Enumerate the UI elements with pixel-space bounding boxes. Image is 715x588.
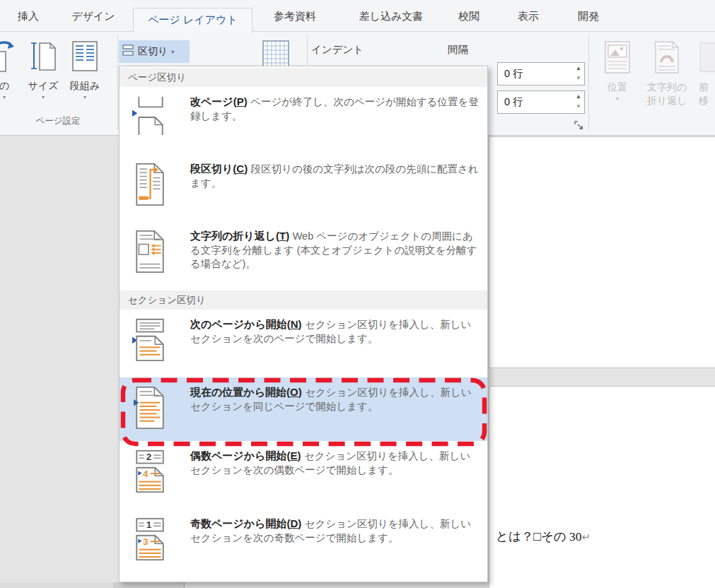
breaks-label: 区切り: [138, 45, 168, 58]
spacing-after-value: 0 行: [504, 95, 523, 109]
menu-item-title: 改ページ(P): [190, 95, 248, 107]
spinner-up-icon[interactable]: ▲: [576, 64, 581, 74]
orientation-label-fragment: の: [0, 80, 23, 93]
menu-item-section-next-page[interactable]: 次のページから開始(N) セクション区切りを挿入し、新しいセクションを次のページ…: [120, 310, 487, 377]
menu-item-section-continuous[interactable]: 現在の位置から開始(O) セクション区切りを挿入し、新しいセクションを同じページ…: [120, 377, 487, 441]
position-button[interactable]: 位置 ▾: [598, 40, 637, 102]
tab-view[interactable]: 表示: [515, 0, 542, 32]
paragraph-dialog-launcher[interactable]: [574, 121, 586, 132]
document-page-2[interactable]: とは？□その 30↵: [489, 386, 715, 588]
menu-item-section-odd-page[interactable]: 1 3 奇数ページから開始(D) セクション区切りを挿入し、新しいセクションを次…: [120, 509, 487, 575]
columns-label: 段組み: [65, 80, 105, 93]
bring-forward-label-fragment2: 移: [699, 95, 715, 107]
page-size-icon: [29, 64, 57, 75]
section-continuous-icon: [132, 386, 168, 430]
text-wrapping-button[interactable]: 文字列の 折り返し: [639, 40, 695, 107]
spacing-after-input[interactable]: 0 行 ▲ ▼: [497, 90, 585, 114]
orientation-button-partial[interactable]: の ▾: [0, 40, 23, 100]
spacing-before-value: 0 行: [504, 67, 523, 81]
group-label-page-setup: ページ設定: [0, 115, 116, 127]
bring-forward-icon: [699, 65, 715, 76]
size-label: サイズ: [25, 80, 61, 93]
menu-item-title: 奇数ページから開始(D): [190, 517, 301, 529]
section-even-page-icon: 2 4: [132, 449, 168, 493]
text-wrapping-break-icon: [132, 230, 168, 274]
menu-item-title: 文字列の折り返し(T): [190, 230, 289, 242]
position-image-icon: [603, 65, 632, 76]
svg-text:2: 2: [146, 452, 152, 462]
breaks-dropdown-menu: ページ区切り 改ページ(P) ページが終了し、次のページが開始する位置を登録しま…: [119, 66, 488, 582]
bring-forward-label-fragment1: 前: [699, 81, 715, 94]
menu-item-title: 現在の位置から開始(O): [190, 386, 302, 398]
tab-developer[interactable]: 開発: [575, 0, 602, 32]
page-break-icon: [132, 95, 168, 139]
dropdown-arrow-icon: ▾: [25, 95, 61, 100]
tab-insert[interactable]: 挿入: [13, 0, 44, 32]
tab-page-layout[interactable]: ページ レイアウト: [133, 8, 252, 33]
position-label: 位置: [598, 81, 637, 94]
page-break-small-icon: [122, 45, 134, 59]
word-window: 挿入 デザイン ページ レイアウト 参考資料 差し込み文書 校閲 表示 開発 の…: [0, 0, 715, 588]
tab-review[interactable]: 校閲: [455, 0, 482, 32]
bring-forward-button-partial[interactable]: 前 移: [699, 40, 715, 107]
spinner-down-icon[interactable]: ▼: [576, 102, 581, 112]
menu-item-section-even-page[interactable]: 2 4 偶数ページから開始(E) セクション区切りを挿入し、新しいセクションを次…: [120, 441, 487, 509]
tab-mailings[interactable]: 差し込み文書: [352, 0, 430, 32]
tab-references[interactable]: 参考資料: [265, 0, 325, 32]
orientation-icon: [0, 64, 18, 75]
menu-section-section-breaks: セクション区切り: [120, 290, 487, 310]
svg-text:4: 4: [143, 469, 149, 479]
horizontal-scrollbar[interactable]: [0, 582, 488, 588]
dropdown-arrow-icon: ▾: [598, 96, 637, 102]
section-next-page-icon: [132, 318, 168, 362]
tab-design[interactable]: デザイン: [69, 0, 118, 32]
menu-item-title: 次のページから開始(N): [190, 318, 302, 330]
group-separator: [588, 35, 589, 130]
dropdown-arrow-icon: ▾: [0, 95, 23, 100]
columns-button[interactable]: 段組み ▾: [65, 40, 105, 100]
spinner-down-icon[interactable]: ▼: [576, 74, 581, 83]
group-separator: [117, 35, 118, 130]
columns-icon: [71, 64, 99, 75]
dropdown-arrow-icon: ▾: [65, 95, 105, 100]
menu-item-column-break[interactable]: 段区切り(C) 段区切りの後の文字列は次の段の先頭に配置されます。: [120, 154, 487, 221]
menu-item-title: 偶数ページから開始(E): [190, 449, 301, 461]
breaks-button[interactable]: 区切り ▾: [119, 40, 190, 63]
column-break-icon: [132, 163, 168, 206]
spinner-up-icon[interactable]: ▲: [576, 92, 581, 102]
section-odd-page-icon: 1 3: [132, 517, 168, 561]
text-wrapping-label-line1: 文字列の: [639, 81, 695, 94]
text-wrapping-label-line2: 折り返し: [639, 95, 695, 107]
text-wrapping-icon: [652, 65, 682, 76]
document-text-line: とは？□その 30↵: [496, 528, 591, 545]
menu-item-page-break[interactable]: 改ページ(P) ページが終了し、次のページが開始する位置を登録します。: [120, 87, 487, 154]
indent-label: インデント: [311, 43, 364, 57]
size-button[interactable]: サイズ ▾: [25, 40, 61, 100]
ribbon-tab-strip: 挿入 デザイン ページ レイアウト 参考資料 差し込み文書 校閲 表示 開発: [0, 0, 715, 32]
menu-item-title: 段区切り(C): [190, 163, 248, 175]
document-page-1[interactable]: [489, 136, 715, 368]
spacing-before-input[interactable]: 0 行 ▲ ▼: [497, 62, 585, 86]
paragraph-mark-icon: ↵: [582, 531, 591, 543]
spacing-label: 間隔: [448, 43, 468, 57]
menu-section-page-breaks: ページ区切り: [120, 68, 487, 87]
dropdown-arrow-icon: ▾: [171, 49, 174, 55]
svg-text:3: 3: [143, 536, 149, 547]
document-text: とは？□その 30: [496, 529, 582, 543]
svg-text:1: 1: [146, 519, 152, 530]
menu-item-text-wrapping-break[interactable]: 文字列の折り返し(T) Web ページのオブジェクトの周囲にある文字列を分離しま…: [120, 221, 487, 290]
scrollbar-thumb[interactable]: [113, 582, 185, 588]
